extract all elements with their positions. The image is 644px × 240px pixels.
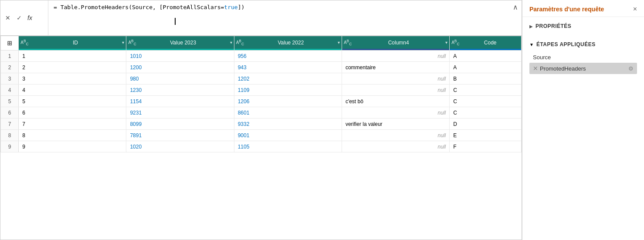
- step-delete-icon[interactable]: ✕: [533, 65, 538, 72]
- row-value2022-cell: 9001: [234, 130, 342, 141]
- proprietes-section: ▶ PROPRIÉTÉS: [522, 17, 644, 35]
- row-value2022-cell: 1206: [234, 96, 342, 107]
- proprietes-header[interactable]: ▶ PROPRIÉTÉS: [529, 20, 637, 32]
- proprietes-title: PROPRIÉTÉS: [536, 23, 571, 29]
- row-column4-cell: null: [342, 85, 449, 96]
- cancel-icon: ✕: [5, 14, 10, 21]
- table-row: 5511541206c'est bôC: [1, 96, 522, 107]
- row-id-cell: 9: [19, 141, 126, 152]
- table-row: 339801202nullB: [1, 73, 522, 85]
- row-column4-cell: null: [342, 130, 449, 141]
- col-label-id: ID: [30, 40, 120, 46]
- formula-icons-area: ✕ ✓ fx: [0, 0, 48, 35]
- formula-params: , [PromoteAllScalars=: [153, 4, 224, 10]
- step-label-source: Source: [533, 54, 634, 61]
- row-id-cell: 6: [19, 107, 126, 118]
- col-header-column4: ABC Column4 ▾: [342, 36, 449, 51]
- etapes-title: ÉTAPES APPLIQUÉES: [536, 41, 596, 47]
- table-row: 111010956nullA: [1, 51, 522, 62]
- row-code-cell: C: [450, 85, 522, 96]
- col-header-column4-inner[interactable]: ABC Column4 ▾: [342, 36, 449, 50]
- table-row: 221200943commentaireA: [1, 62, 522, 73]
- table-row: 6692318601nullC: [1, 107, 522, 118]
- row-value2023-cell: 1154: [126, 96, 234, 107]
- col-header-id-inner[interactable]: ABC ID ▾: [19, 36, 126, 50]
- row-column4-cell: verifier la valeur: [342, 118, 449, 130]
- table-row: 9910201105nullF: [1, 141, 522, 152]
- etapes-section: ▼ ÉTAPES APPLIQUÉES Source ✕ PromotedHea…: [522, 35, 644, 78]
- type-icon-v2023: ABC: [128, 39, 136, 46]
- row-code-cell: A: [450, 51, 522, 62]
- filter-icon-v2022[interactable]: ▾: [338, 40, 340, 45]
- row-value2023-cell: 1200: [126, 62, 234, 73]
- row-value2023-cell: 1010: [126, 51, 234, 62]
- step-label-promoted-headers: PromotedHeaders: [540, 65, 627, 72]
- step-settings-icon[interactable]: ⚙: [628, 65, 634, 72]
- formula-keyword: = Table.PromoteHeaders(: [54, 4, 132, 10]
- confirm-button[interactable]: ✓: [14, 13, 24, 23]
- table-row: 8878919001nullE: [1, 130, 522, 141]
- row-value2022-cell: 1109: [234, 85, 342, 96]
- row-column4-cell: null: [342, 107, 449, 118]
- row-column4-cell: null: [342, 51, 449, 62]
- collapse-formula-button[interactable]: ∧: [509, 0, 522, 14]
- row-value2023-cell: 7891: [126, 130, 234, 141]
- panel-close-button[interactable]: ×: [633, 5, 637, 13]
- row-id-cell: 2: [19, 62, 126, 73]
- row-column4-cell: commentaire: [342, 62, 449, 73]
- row-column4-cell: null: [342, 73, 449, 85]
- data-table-wrapper: ⊞ ABC ID ▾ ABC Value 2023: [0, 36, 522, 240]
- etapes-header[interactable]: ▼ ÉTAPES APPLIQUÉES: [529, 39, 637, 50]
- panel-header: Paramètres d'une requête ×: [522, 0, 644, 17]
- row-num-cell: 6: [1, 107, 19, 118]
- step-item-source[interactable]: Source: [529, 52, 637, 63]
- col-label-col4: Column4: [353, 40, 444, 46]
- row-value2023-cell: 1020: [126, 141, 234, 152]
- right-panel: Paramètres d'une requête × ▶ PROPRIÉTÉS …: [522, 0, 644, 240]
- col-header-value2023: ABC Value 2023 ▾: [126, 36, 234, 51]
- row-num-cell: 5: [1, 96, 19, 107]
- row-value2022-cell: 8601: [234, 107, 342, 118]
- col-header-value2023-inner[interactable]: ABC Value 2023 ▾: [126, 36, 234, 50]
- row-code-cell: C: [450, 96, 522, 107]
- row-code-cell: F: [450, 141, 522, 152]
- fx-label: fx: [26, 14, 34, 21]
- row-num-cell: 7: [1, 118, 19, 130]
- text-cursor: [175, 18, 176, 25]
- formula-input[interactable]: = Table.PromoteHeaders(Source, [PromoteA…: [48, 0, 509, 14]
- steps-list: Source ✕ PromotedHeaders ⚙: [529, 52, 637, 74]
- row-value2023-cell: 980: [126, 73, 234, 85]
- type-icon-v2022: ABC: [236, 39, 244, 46]
- row-column4-cell: c'est bô: [342, 96, 449, 107]
- row-code-cell: E: [450, 130, 522, 141]
- row-num-cell: 8: [1, 130, 19, 141]
- col-header-id: ABC ID ▾: [19, 36, 126, 51]
- row-num-header-cell: ⊞: [1, 36, 19, 51]
- formula-close-bracket: ]): [238, 4, 245, 10]
- formula-source-arg: Source: [132, 4, 153, 10]
- row-code-cell: A: [450, 62, 522, 73]
- table-grid-icon: ⊞: [7, 40, 12, 47]
- table-grid-icon-area: ⊞: [1, 36, 18, 50]
- col-header-code-inner[interactable]: ABC Code: [450, 36, 521, 50]
- filter-icon-id[interactable]: ▾: [122, 40, 124, 45]
- col-header-value2022-inner[interactable]: ABC Value 2022 ▾: [234, 36, 342, 50]
- table-row: 7780999332verifier la valeurD: [1, 118, 522, 130]
- filter-icon-col4[interactable]: ▾: [445, 40, 447, 45]
- formula-bar: ✕ ✓ fx = Table.PromoteHeaders(Source, [P…: [0, 0, 522, 36]
- col-label-v2023: Value 2023: [138, 40, 228, 46]
- row-id-cell: 1: [19, 51, 126, 62]
- filter-icon-v2023[interactable]: ▾: [230, 40, 232, 45]
- row-column4-cell: null: [342, 141, 449, 152]
- etapes-arrow-icon: ▼: [529, 42, 534, 47]
- row-code-cell: D: [450, 118, 522, 130]
- row-value2022-cell: 956: [234, 51, 342, 62]
- col-header-code: ABC Code: [450, 36, 522, 51]
- row-code-cell: B: [450, 73, 522, 85]
- row-num-cell: 2: [1, 62, 19, 73]
- cancel-button[interactable]: ✕: [3, 13, 13, 23]
- row-value2023-cell: 8099: [126, 118, 234, 130]
- type-icon-code: ABC: [451, 39, 459, 46]
- table-row: 4412301109nullC: [1, 85, 522, 96]
- step-item-promoted-headers[interactable]: ✕ PromotedHeaders ⚙: [529, 63, 637, 74]
